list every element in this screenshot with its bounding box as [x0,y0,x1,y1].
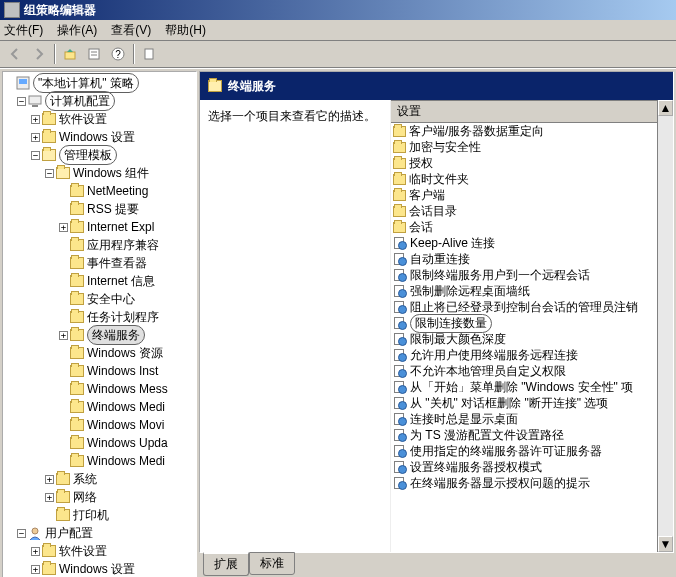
folder-icon [70,203,84,215]
tree-item[interactable]: Windows 组件 [73,164,149,182]
setting-item[interactable]: 加密与安全性 [391,139,673,155]
setting-item[interactable]: 从 "关机" 对话框删除 "断开连接" 选项 [391,395,673,411]
tree-item[interactable]: Windows 资源 [87,344,163,362]
expander-icon[interactable]: + [45,493,54,502]
tree-item[interactable]: 安全中心 [87,290,135,308]
tree-item[interactable]: RSS 提要 [87,200,139,218]
setting-item[interactable]: 从「开始」菜单删除 "Windows 安全性" 项 [391,379,673,395]
tree-item-selected[interactable]: 终端服务 [87,325,145,345]
expander-icon[interactable]: + [59,331,68,340]
scroll-down-icon[interactable]: ▼ [658,536,673,552]
back-button[interactable] [4,43,26,65]
tree-item[interactable]: NetMeeting [87,182,148,200]
tree-item[interactable]: 软件设置 [59,110,107,128]
vertical-scrollbar[interactable]: ▲ ▼ [657,100,673,552]
setting-item[interactable]: 允许用户使用终端服务远程连接 [391,347,673,363]
expander-icon[interactable]: + [31,133,40,142]
description-pane: 选择一个项目来查看它的描述。 [200,100,390,552]
tree-item[interactable]: Windows Movi [87,416,164,434]
setting-item[interactable]: 会话目录 [391,203,673,219]
refresh-button[interactable] [138,43,160,65]
tree-item[interactable]: 任务计划程序 [87,308,159,326]
menu-view[interactable]: 查看(V) [111,22,151,39]
setting-item[interactable]: 设置终端服务器授权模式 [391,459,673,475]
expander-icon[interactable]: + [31,565,40,574]
setting-item[interactable]: 自动重连接 [391,251,673,267]
help-button[interactable]: ? [107,43,129,65]
properties-button[interactable] [83,43,105,65]
tree-item[interactable]: Windows Mess [87,380,168,398]
tree-item[interactable]: 用户配置 [45,524,93,542]
forward-button[interactable] [28,43,50,65]
tab-standard[interactable]: 标准 [249,552,295,575]
expander-icon[interactable]: + [31,547,40,556]
tree-item[interactable]: Internet Expl [87,218,154,236]
setting-item[interactable]: 阻止将已经登录到控制台会话的管理员注销 [391,299,673,315]
tree[interactable]: "本地计算机" 策略 − 计算机配置 +软件设置 +Windows 设置 −管理… [3,72,196,577]
tree-item[interactable]: Windows Inst [87,362,158,380]
setting-item[interactable]: 限制终端服务用户到一个远程会话 [391,267,673,283]
tree-item[interactable]: Windows Medi [87,452,165,470]
expander-icon[interactable]: − [31,151,40,160]
folder-icon [393,142,406,153]
setting-label: 客户端/服务器数据重定向 [409,123,544,140]
setting-item[interactable]: 为 TS 漫游配置文件设置路径 [391,427,673,443]
tree-item[interactable]: 计算机配置 [45,91,115,111]
tree-item[interactable]: 事件查看器 [87,254,147,272]
setting-label: 自动重连接 [410,251,470,268]
svg-rect-9 [29,96,41,104]
expander-icon[interactable]: + [59,223,68,232]
setting-item[interactable]: 客户端 [391,187,673,203]
setting-item[interactable]: 限制最大颜色深度 [391,331,673,347]
expander-icon[interactable]: − [45,169,54,178]
tree-item[interactable]: Windows 设置 [59,128,135,146]
tree-item[interactable]: Windows Upda [87,434,168,452]
setting-item[interactable]: 不允许本地管理员自定义权限 [391,363,673,379]
policy-icon [393,460,407,474]
tree-item[interactable]: 应用程序兼容 [87,236,159,254]
setting-label: 强制删除远程桌面墙纸 [410,283,530,300]
menu-action[interactable]: 操作(A) [57,22,97,39]
policy-icon [393,476,407,490]
tree-item[interactable]: 网络 [73,488,97,506]
expander-icon[interactable]: + [45,475,54,484]
setting-label: 限制终端服务用户到一个远程会话 [410,267,590,284]
setting-item[interactable]: 授权 [391,155,673,171]
menu-file[interactable]: 文件(F) [4,22,43,39]
tree-item[interactable]: Windows Medi [87,398,165,416]
tree-item[interactable]: 打印机 [73,506,109,524]
menu-help[interactable]: 帮助(H) [165,22,206,39]
folder-icon [42,563,56,575]
setting-item[interactable]: 强制删除远程桌面墙纸 [391,283,673,299]
expander-icon[interactable]: − [17,97,26,106]
tree-item[interactable]: 管理模板 [59,145,117,165]
svg-rect-1 [89,49,99,59]
setting-item[interactable]: 在终端服务器显示授权问题的提示 [391,475,673,491]
tree-item[interactable]: 系统 [73,470,97,488]
setting-label: 临时文件夹 [409,171,469,188]
setting-item[interactable]: 使用指定的终端服务器许可证服务器 [391,443,673,459]
up-button[interactable] [59,43,81,65]
setting-item[interactable]: 客户端/服务器数据重定向 [391,123,673,139]
tree-item[interactable]: 软件设置 [59,542,107,560]
setting-item[interactable]: 连接时总是显示桌面 [391,411,673,427]
tab-extended[interactable]: 扩展 [203,552,249,576]
tree-item[interactable]: Windows 设置 [59,560,135,577]
setting-item[interactable]: Keep-Alive 连接 [391,235,673,251]
column-header-setting[interactable]: 设置 [391,100,673,123]
tree-item[interactable]: Internet 信息 [87,272,155,290]
expander-icon[interactable]: + [31,115,40,124]
setting-item[interactable]: 限制连接数量 [391,315,673,331]
scroll-up-icon[interactable]: ▲ [658,100,673,116]
settings-list[interactable]: 客户端/服务器数据重定向加密与安全性授权临时文件夹客户端会话目录会话Keep-A… [391,123,673,552]
setting-item[interactable]: 会话 [391,219,673,235]
scroll-track[interactable] [658,116,673,536]
tree-root[interactable]: "本地计算机" 策略 [33,73,139,93]
folder-icon [56,509,70,521]
setting-item[interactable]: 临时文件夹 [391,171,673,187]
folder-icon [393,158,406,169]
window-title: 组策略编辑器 [24,2,96,19]
policy-icon [393,236,407,250]
folder-icon [42,131,56,143]
expander-icon[interactable]: − [17,529,26,538]
